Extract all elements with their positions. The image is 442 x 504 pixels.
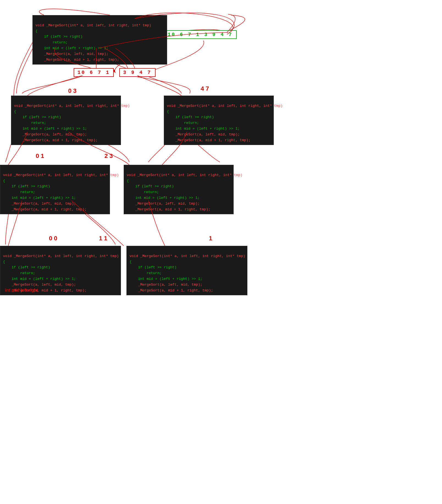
lower-left-code-block: void _MergeSort(int* a, int left, int ri… <box>0 165 110 214</box>
mid-right-code-block: void _MergeSort(int* a, int left, int ri… <box>164 96 274 145</box>
hw-4-7: 4 7 <box>201 85 209 92</box>
hw-0-3: 0 3 <box>68 87 77 94</box>
hw-1-single: 1 <box>209 235 212 242</box>
top-code-block: void _MergeSort(int* a, int left, int ri… <box>32 15 167 65</box>
hw-1-1: 1 1 <box>99 235 107 242</box>
hw-2-3: 2 3 <box>104 152 113 160</box>
hw-0-1: 0 1 <box>36 152 44 160</box>
top-array-box: 10 6 7 1 3 9 4 7 <box>164 30 237 39</box>
lower-right-code-block: void _MergeSort(int* a, int left, int ri… <box>124 165 234 214</box>
right-sub-array-box: 3 9 4 7 <box>119 68 156 77</box>
left-sub-array-box: 10 6 7 1 <box>74 68 114 77</box>
bottom-right-code-block: void _MergeSort(int* a, int left, int ri… <box>126 246 247 295</box>
hw-0-0: 0 0 <box>49 235 57 242</box>
mid-left-code-block: void _MergeSort(int* a, int left, int ri… <box>11 96 121 145</box>
bottom-label: int mid left right <box>5 288 38 293</box>
